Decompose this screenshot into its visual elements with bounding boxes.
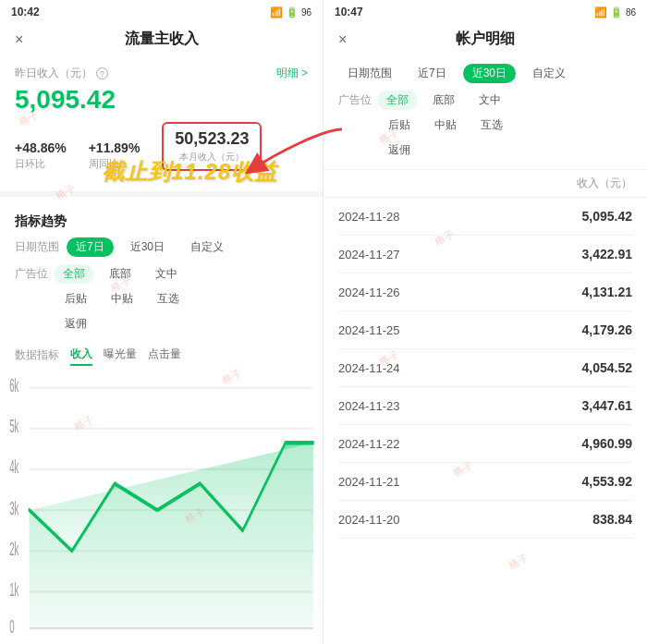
wifi-icon: 🔋 (286, 6, 299, 18)
stats-row: +48.86% 日环比 +11.89% 周同比 50,523.23 本月收入（元… (15, 122, 308, 171)
date-cell: 2024-11-24 (338, 361, 400, 375)
right-ad-all-btn[interactable]: 全部 (377, 91, 418, 110)
right-ad-row-1: 广告位 全部 底部 文中 (338, 91, 632, 110)
yesterday-label: 昨日收入（元） ? (15, 66, 108, 81)
left-date-7d-btn[interactable]: 近7日 (67, 237, 114, 257)
detail-link[interactable]: 明细 > (276, 66, 308, 81)
amount-cell: 3,447.61 (582, 398, 633, 413)
left-ad-rebate-btn[interactable]: 返佣 (55, 314, 96, 334)
right-ad-mid-btn[interactable]: 中贴 (425, 115, 466, 135)
date-cell: 2024-11-23 (338, 399, 400, 413)
left-date-filter-label: 日期范围 (15, 239, 59, 255)
left-ad-mutual-btn[interactable]: 互选 (148, 289, 189, 309)
right-date-7d-btn[interactable]: 近7日 (409, 64, 456, 83)
daily-change-value: +48.86% (15, 140, 67, 155)
right-signal-icon: 📶 (594, 6, 607, 18)
amount-cell: 838.84 (592, 512, 632, 527)
right-rebate-row: 返佣 (338, 140, 632, 160)
left-ad-bottom-btn[interactable]: 底部 (100, 264, 140, 284)
right-rebate-label: 返佣 (379, 140, 420, 160)
daily-change-stat: +48.86% 日环比 (15, 140, 67, 171)
svg-text:1k: 1k (9, 579, 18, 600)
left-status-bar: 10:42 📶 🔋 96 (0, 0, 323, 22)
weekly-change-label: 周同比 (89, 157, 140, 171)
right-date-custom-btn[interactable]: 自定义 (523, 64, 575, 83)
left-panel: 10:42 📶 🔋 96 × 流量主收入 昨日收入（元） ? 明细 > 5,09… (0, 0, 324, 644)
month-income-box: 50,523.23 本月收入（元） (162, 122, 262, 171)
left-page-title: 流量主收入 (125, 30, 199, 49)
right-time: 10:47 (335, 6, 363, 18)
info-icon[interactable]: ? (96, 67, 108, 79)
right-ad-inline-btn[interactable]: 文中 (470, 91, 510, 110)
right-ad-label: 广告位 (338, 92, 372, 108)
date-cell: 2024-11-25 (338, 323, 400, 337)
date-list-item[interactable]: 2024-11-20 838.84 (338, 501, 632, 539)
date-list[interactable]: 2024-11-28 5,095.42 2024-11-27 3,422.91 … (324, 198, 647, 644)
left-ad-row-2: 后贴 中贴 互选 (15, 289, 308, 309)
date-list-item[interactable]: 2024-11-25 4,179.26 (338, 311, 632, 349)
right-date-30d-btn[interactable]: 近30日 (463, 64, 516, 83)
svg-text:3k: 3k (9, 498, 18, 518)
right-ad-mutual-btn[interactable]: 互选 (471, 115, 512, 135)
svg-text:4k: 4k (9, 457, 18, 478)
right-status-bar: 10:47 📶 🔋 86 (324, 0, 647, 22)
daily-change-label: 日环比 (15, 157, 67, 171)
right-ad-row-2: 后贴 中贴 互选 (338, 115, 632, 135)
right-panel: 10:47 📶 🔋 86 × 帐户明细 日期范围 近7日 近30日 自定义 广告… (324, 0, 647, 644)
right-page-title: 帐户明细 (456, 30, 515, 49)
left-date-filter-row: 日期范围 近7日 近30日 自定义 (15, 237, 308, 257)
right-date-range-btn[interactable]: 日期范围 (338, 64, 401, 83)
right-ad-post-btn[interactable]: 后贴 (379, 115, 420, 135)
date-cell: 2024-11-20 (338, 513, 400, 527)
date-list-item[interactable]: 2024-11-26 4,131.21 (338, 273, 632, 311)
date-cell: 2024-11-26 (338, 286, 400, 299)
date-list-item[interactable]: 2024-11-27 3,422.91 (338, 236, 632, 273)
amount-cell: 4,179.26 (582, 322, 633, 337)
right-close-button[interactable]: × (338, 31, 347, 48)
date-list-item[interactable]: 2024-11-24 4,054.52 (338, 349, 632, 387)
indicator-trend-title: 指标趋势 (15, 213, 308, 230)
right-ad-bottom-btn[interactable]: 底部 (423, 91, 464, 110)
month-income-label: 本月收入（元） (175, 151, 249, 164)
metric-income-tab[interactable]: 收入 (70, 345, 92, 366)
left-ad-all-btn[interactable]: 全部 (54, 264, 94, 284)
income-chart: 6k 5k 4k 3k 2k 1k 0 (7, 371, 315, 637)
amount-column-header: 收入（元） (577, 176, 632, 191)
metric-click-tab[interactable]: 点击量 (148, 345, 181, 366)
left-ad-inline-btn[interactable]: 文中 (146, 264, 187, 284)
amount-cell: 3,422.91 (582, 247, 633, 261)
right-status-icons: 📶 🔋 86 (594, 6, 636, 18)
svg-text:0: 0 (9, 616, 15, 637)
date-cell: 2024-11-28 (338, 210, 400, 224)
amount-cell: 5,095.42 (582, 209, 633, 224)
amount-cell: 4,553.92 (582, 474, 633, 489)
date-cell: 2024-11-22 (338, 437, 400, 451)
left-ad-mid-btn[interactable]: 中贴 (102, 289, 142, 309)
amount-cell: 4,960.99 (582, 436, 633, 451)
metric-exposure-tab[interactable]: 曝光量 (104, 345, 137, 366)
date-list-item[interactable]: 2024-11-22 4,960.99 (338, 425, 632, 463)
month-income-value: 50,523.23 (175, 129, 249, 149)
right-top-bar: × 帐户明细 (324, 22, 647, 56)
left-date-custom-btn[interactable]: 自定义 (181, 237, 233, 257)
date-list-item[interactable]: 2024-11-23 3,447.61 (338, 387, 632, 425)
left-close-button[interactable]: × (15, 31, 23, 48)
date-list-item[interactable]: 2024-11-21 4,553.92 (338, 463, 632, 501)
amount-cell: 4,131.21 (582, 285, 633, 299)
svg-text:2k: 2k (9, 539, 18, 559)
left-date-30d-btn[interactable]: 近30日 (121, 237, 174, 257)
weekly-change-value: +11.89% (89, 140, 140, 155)
left-ad-post-btn[interactable]: 后贴 (55, 289, 96, 309)
indicator-trend-section: 指标趋势 日期范围 近7日 近30日 自定义 广告位 全部 底部 文中 后贴 中… (0, 204, 323, 345)
yesterday-section: 昨日收入（元） ? 明细 > 5,095.42 +48.86% 日环比 +11.… (0, 56, 323, 184)
date-cell: 2024-11-21 (338, 475, 400, 489)
data-metrics-label: 数据指标 (15, 347, 59, 363)
battery-label: 96 (301, 7, 311, 18)
left-top-bar: × 流量主收入 (0, 22, 323, 56)
svg-text:6k: 6k (9, 375, 18, 395)
date-list-item[interactable]: 2024-11-28 5,095.42 (338, 198, 632, 236)
amount-cell: 4,054.52 (582, 360, 633, 375)
left-ad-row-1: 广告位 全部 底部 文中 (15, 264, 308, 284)
right-battery-label: 86 (626, 7, 636, 18)
divider-1 (0, 191, 323, 197)
